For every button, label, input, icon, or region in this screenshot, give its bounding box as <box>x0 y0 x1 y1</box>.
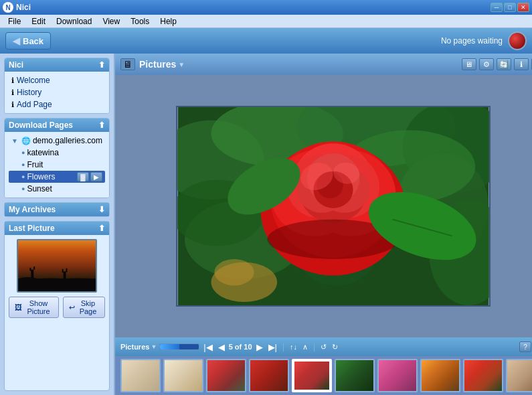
tree-item-sunset[interactable]: ● Sunset <box>9 183 105 195</box>
tree-root[interactable]: ▼ 🌐 demo.galleries.com <box>9 135 105 147</box>
folder-icon-fruit: ● <box>21 161 25 168</box>
tree-label-katewina: katewina <box>27 148 58 157</box>
download-pages-collapse-icon: ⬆ <box>98 121 105 130</box>
item-action-btn2[interactable]: ▶ <box>90 172 102 181</box>
download-pages-header[interactable]: Download Pages ⬆ <box>5 118 109 132</box>
content-title-button[interactable]: Pictures ▼ <box>139 59 185 70</box>
svg-point-19 <box>214 259 254 285</box>
skip-page-label: Skip Page <box>77 299 99 315</box>
menu-help[interactable]: Help <box>155 15 182 27</box>
maximize-button[interactable]: □ <box>504 3 516 12</box>
header-tool-monitor[interactable]: 🖥 <box>462 58 476 70</box>
separator2: | <box>313 342 315 351</box>
thumbnail-10[interactable] <box>506 359 532 392</box>
last-picture-section: Last Picture ⬆ <box>4 221 110 391</box>
thumbnail-6[interactable] <box>335 359 375 392</box>
bottom-bar: Pictures ▼ |◀ ◀ 5 of 10 ▶ ▶| | ↑↓ ∧ | ↺ … <box>115 337 532 356</box>
back-button[interactable]: ◀ Back <box>5 32 51 50</box>
tree-collapse-icon: ▼ <box>11 137 18 145</box>
bottom-title-label: Pictures <box>120 343 149 351</box>
close-button[interactable]: ✕ <box>517 3 529 12</box>
sort-button[interactable]: ↑↓ <box>288 343 298 351</box>
header-tool-info[interactable]: ℹ <box>514 58 529 70</box>
nici-section: Nici ⬆ ℹ Welcome ℹ History ℹ Add Page <box>4 58 110 114</box>
separator1: | <box>282 342 284 351</box>
info-icon-welcome: ℹ <box>11 76 14 85</box>
sidebar-item-welcome[interactable]: ℹ Welcome <box>9 74 105 86</box>
sidebar-item-add-page[interactable]: ℹ Add Page <box>9 98 105 110</box>
tree-item-actions: ▓ ▶ <box>77 172 102 181</box>
archives-header[interactable]: My Archives ⬇ <box>5 203 109 216</box>
nav-first-button[interactable]: |◀ <box>202 342 213 352</box>
user-avatar <box>508 31 527 50</box>
show-picture-icon: 🖼 <box>15 303 22 311</box>
last-picture-title: Last Picture <box>9 224 55 233</box>
last-picture-content: 🖼 Show Picture ↩ Skip Page <box>5 235 109 322</box>
content-header-icon: 🖥 <box>120 58 135 70</box>
thumbnail-2[interactable] <box>163 359 203 392</box>
thumbnail-strip <box>115 356 532 395</box>
show-picture-label: Show Picture <box>24 299 53 315</box>
toolbar: ◀ Back No pages waiting <box>0 28 532 54</box>
last-picture-header[interactable]: Last Picture ⬆ <box>5 222 109 235</box>
header-tool-refresh[interactable]: 🔄 <box>497 58 511 70</box>
tree-item-fruit[interactable]: ● Fruit <box>9 159 105 171</box>
archives-collapse-icon: ⬇ <box>98 205 105 214</box>
menu-download[interactable]: Download <box>51 15 97 27</box>
bottom-title-dropdown-icon: ▼ <box>151 343 157 350</box>
image-viewer <box>115 75 532 337</box>
help-button[interactable]: ? <box>519 341 531 352</box>
sidebar-item-history[interactable]: ℹ History <box>9 86 105 98</box>
nici-section-header[interactable]: Nici ⬆ <box>5 58 109 72</box>
skip-page-button[interactable]: ↩ Skip Page <box>63 297 105 318</box>
minimize-button[interactable]: ─ <box>491 3 503 12</box>
progress-bar <box>159 343 199 350</box>
rotate-left-button[interactable]: ↺ <box>319 343 328 351</box>
thumbnail-7[interactable] <box>377 359 418 392</box>
nav-next-button[interactable]: ▶ <box>255 342 264 352</box>
svg-rect-5 <box>66 268 68 272</box>
last-picture-buttons: 🖼 Show Picture ↩ Skip Page <box>9 297 105 318</box>
thumbnail-9[interactable] <box>463 359 503 392</box>
domain-icon: 🌐 <box>21 137 31 145</box>
thumbnail-5[interactable] <box>292 359 332 392</box>
menu-bar: File Edit Download View Tools Help <box>0 15 532 28</box>
bottom-title-button[interactable]: Pictures ▼ <box>120 343 157 351</box>
folder-icon-sunset: ● <box>21 185 25 192</box>
rotate-right-button[interactable]: ↻ <box>331 343 339 351</box>
menu-tools[interactable]: Tools <box>125 15 155 27</box>
thumbnail-4[interactable] <box>249 359 289 392</box>
svg-rect-2 <box>33 267 35 270</box>
nav-prev-button[interactable]: ◀ <box>217 342 226 352</box>
folder-icon-katewina: ● <box>21 149 25 156</box>
page-count: 5 of 10 <box>229 343 252 351</box>
thumbnail-3[interactable] <box>206 359 246 392</box>
action-icon2: ▶ <box>94 173 99 181</box>
thumbnail-1[interactable] <box>120 359 161 392</box>
nici-section-content: ℹ Welcome ℹ History ℹ Add Page <box>5 72 109 113</box>
nici-section-title: Nici <box>9 60 23 70</box>
content-title-dropdown-icon: ▼ <box>178 61 185 68</box>
tree-item-katewina[interactable]: ● katewina <box>9 147 105 159</box>
svg-rect-3 <box>29 268 31 271</box>
tree-item-flowers[interactable]: ● Flowers ▓ ▶ <box>9 171 105 183</box>
show-picture-button[interactable]: 🖼 Show Picture <box>9 297 59 318</box>
filter-button[interactable]: ∧ <box>301 343 309 351</box>
folder-icon-flowers: ● <box>21 173 25 180</box>
nav-last-button[interactable]: ▶| <box>267 342 278 352</box>
menu-edit[interactable]: Edit <box>26 15 51 27</box>
content-title-label: Pictures <box>139 59 176 70</box>
menu-file[interactable]: File <box>3 15 26 27</box>
menu-view[interactable]: View <box>97 15 125 27</box>
item-action-btn1[interactable]: ▓ <box>77 172 89 181</box>
back-arrow-icon: ◀ <box>13 35 20 46</box>
tree-label-fruit: Fruit <box>27 160 43 169</box>
skip-page-icon: ↩ <box>69 303 75 312</box>
main-image <box>176 106 491 307</box>
status-text: No pages waiting <box>441 36 503 46</box>
thumbnail-8[interactable] <box>420 359 460 392</box>
main-layout: Nici ⬆ ℹ Welcome ℹ History ℹ Add Page <box>0 54 532 395</box>
header-tool-settings[interactable]: ⚙ <box>479 58 494 70</box>
tree-root-label: demo.galleries.com <box>33 136 102 145</box>
content-area: 🖥 Pictures ▼ 🖥 ⚙ 🔄 ℹ ▲ <box>115 54 532 395</box>
